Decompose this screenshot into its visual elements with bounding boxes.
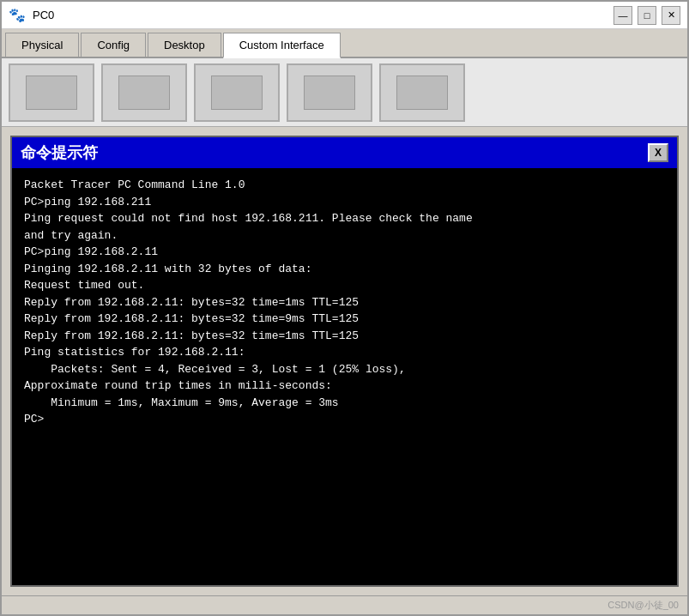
- cmd-line: Reply from 192.168.2.11: bytes=32 time=1…: [24, 328, 665, 345]
- cmd-line: Approximate round trip times in milli-se…: [24, 377, 665, 395]
- cmd-line: and try again.: [24, 227, 665, 245]
- device-thumb-inner-3: [211, 75, 263, 110]
- device-thumb-4[interactable]: [287, 63, 372, 122]
- device-thumb-inner-2: [118, 75, 170, 110]
- cmd-title-bar: 命令提示符 X: [12, 137, 677, 168]
- device-thumb-5[interactable]: [379, 63, 465, 122]
- title-bar: 🐾 PC0 — □ ✕: [2, 2, 687, 29]
- cmd-line: Ping statistics for 192.168.2.11:: [24, 344, 665, 361]
- cmd-line: Request timed out.: [24, 277, 665, 294]
- device-thumb-inner-1: [26, 75, 77, 110]
- close-button[interactable]: ✕: [662, 6, 680, 25]
- cmd-line: PC>ping 192.168.211: [24, 194, 665, 211]
- window-title: PC0: [33, 9, 607, 21]
- app-icon: 🐾: [9, 7, 26, 24]
- tab-bar: Physical Config Desktop Custom Interface: [2, 29, 687, 58]
- tab-config[interactable]: Config: [81, 33, 146, 57]
- cmd-line: Reply from 192.168.2.11: bytes=32 time=9…: [24, 311, 665, 328]
- device-thumb-inner-5: [396, 75, 448, 110]
- device-thumb-1[interactable]: [9, 63, 94, 122]
- main-content: 命令提示符 X Packet Tracer PC Command Line 1.…: [2, 127, 687, 595]
- cmd-close-button[interactable]: X: [648, 143, 668, 162]
- restore-button[interactable]: □: [638, 6, 656, 25]
- cmd-line: Minimum = 1ms, Maximum = 9ms, Average = …: [24, 395, 665, 412]
- status-bar: CSDN@小徒_00: [2, 595, 687, 614]
- cmd-line: Packet Tracer PC Command Line 1.0: [24, 177, 665, 194]
- cmd-body[interactable]: Packet Tracer PC Command Line 1.0PC>ping…: [12, 168, 677, 585]
- cmd-line: Reply from 192.168.2.11: bytes=32 time=1…: [24, 294, 665, 311]
- main-window: 🐾 PC0 — □ ✕ Physical Config Desktop Cust…: [0, 0, 689, 616]
- watermark: CSDN@小徒_00: [607, 599, 679, 612]
- tab-physical[interactable]: Physical: [5, 33, 79, 57]
- cmd-line: PC>: [24, 411, 665, 428]
- cmd-line: Pinging 192.168.2.11 with 32 bytes of da…: [24, 261, 665, 278]
- device-thumb-3[interactable]: [194, 63, 280, 122]
- cmd-window: 命令提示符 X Packet Tracer PC Command Line 1.…: [10, 136, 679, 587]
- device-thumb-inner-4: [304, 75, 355, 110]
- cmd-line: Packets: Sent = 4, Received = 3, Lost = …: [24, 361, 665, 378]
- device-thumbnails-bar: [2, 58, 687, 127]
- tab-custom-interface[interactable]: Custom Interface: [223, 33, 341, 58]
- cmd-line: PC>ping 192.168.2.11: [24, 244, 665, 261]
- cmd-title: 命令提示符: [21, 142, 98, 163]
- window-controls: — □ ✕: [613, 6, 680, 25]
- cmd-line: Ping request could not find host 192.168…: [24, 210, 665, 227]
- minimize-button[interactable]: —: [613, 6, 632, 25]
- tab-desktop[interactable]: Desktop: [148, 33, 221, 57]
- device-thumb-2[interactable]: [101, 63, 187, 122]
